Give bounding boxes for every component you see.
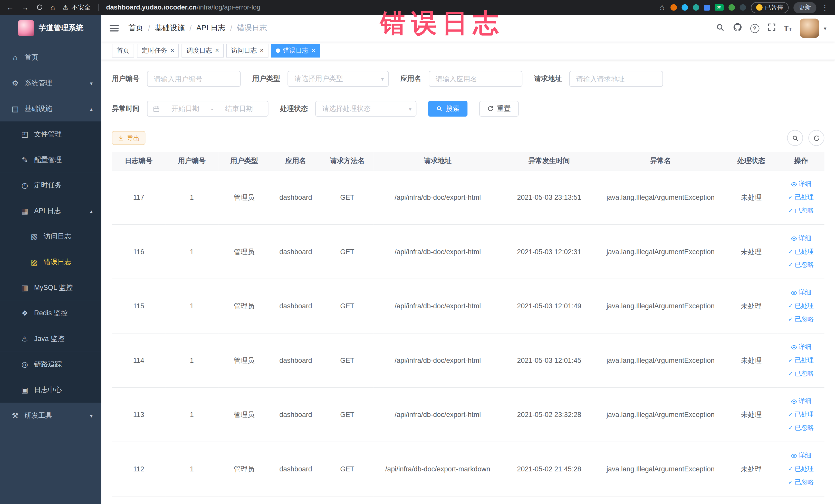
home-icon[interactable]: ⌂ — [50, 4, 55, 11]
extension-icon-3[interactable] — [693, 4, 699, 11]
sidebar-item-access-log[interactable]: ▧访问日志 — [0, 224, 101, 249]
table-row: 1151管理员dashboardGET/api/infra/db-doc/exp… — [112, 279, 824, 333]
address-bar[interactable]: dashboard.yudao.iocoder.cn/infra/log/api… — [106, 4, 260, 11]
ignored-link[interactable]: ✓已忽略 — [781, 367, 821, 380]
detail-link[interactable]: 详细 — [781, 340, 821, 354]
sidebar-item-system-mgmt[interactable]: ⚙系统管理▾ — [0, 70, 101, 96]
github-icon[interactable] — [733, 22, 742, 34]
sidebar-item-config-mgmt[interactable]: ✎配置管理 — [0, 147, 101, 173]
process-status-select[interactable]: 请选择处理状态 ▾ — [315, 101, 416, 117]
back-icon[interactable]: ← — [6, 4, 14, 11]
refresh-icon[interactable] — [36, 3, 43, 11]
extension-icon-4[interactable] — [704, 5, 710, 11]
ignored-link[interactable]: ✓已忽略 — [781, 476, 821, 489]
help-icon[interactable]: ? — [750, 24, 759, 33]
processed-link[interactable]: ✓已处理 — [781, 299, 821, 313]
detail-link[interactable]: 详细 — [781, 449, 821, 462]
processed-link[interactable]: ✓已处理 — [781, 408, 821, 421]
app-title: 芋道管理系统 — [39, 23, 83, 33]
close-icon[interactable]: × — [312, 47, 315, 54]
hamburger-icon[interactable] — [109, 25, 119, 32]
sidebar-item-mysql-monitor[interactable]: ▥MySQL 监控 — [0, 275, 101, 301]
chevron-down-icon[interactable]: ▾ — [824, 25, 826, 31]
user-type-select[interactable]: 请选择用户类型 ▾ — [287, 71, 389, 87]
sidebar-item-link-trace[interactable]: ◎链路追踪 — [0, 351, 101, 377]
processed-link[interactable]: ✓已处理 — [781, 462, 821, 476]
home-icon: ⌂ — [11, 53, 20, 62]
tab-schedule-log[interactable]: 调度日志× — [182, 44, 224, 58]
processed-link[interactable]: ✓已处理 — [781, 191, 821, 204]
sidebar-item-home[interactable]: ⌂首页 — [0, 45, 101, 70]
extension-on-badge[interactable]: on — [714, 4, 724, 11]
close-icon[interactable]: × — [215, 47, 219, 54]
extension-icon-6[interactable] — [739, 4, 746, 11]
app-logo[interactable]: 芋道管理系统 — [0, 15, 101, 42]
tab-home[interactable]: 首页 — [112, 44, 134, 58]
ignored-link[interactable]: ✓已忽略 — [781, 421, 821, 435]
sidebar-item-log-center[interactable]: ▣日志中心 — [0, 377, 101, 403]
font-size-icon[interactable]: TT — [784, 24, 792, 33]
tab-error-log[interactable]: 错误日志× — [271, 44, 320, 58]
tab-scheduled-jobs[interactable]: 定时任务× — [137, 44, 179, 58]
detail-link[interactable]: 详细 — [781, 286, 821, 299]
ignored-link[interactable]: ✓已忽略 — [781, 313, 821, 326]
sidebar-item-scheduled-jobs[interactable]: ◴定时任务 — [0, 173, 101, 198]
status-cell: 未处理 — [725, 170, 777, 225]
extension-icon-2[interactable] — [681, 4, 688, 11]
extension-icon-1[interactable] — [670, 4, 677, 11]
table-toolbar: 导出 — [112, 130, 824, 145]
processed-link[interactable]: ✓已处理 — [781, 354, 821, 367]
security-chip[interactable]: ⚠ 不安全 — [63, 3, 90, 12]
sidebar-item-api-log[interactable]: ▦API 日志▴ — [0, 198, 101, 224]
close-icon[interactable]: × — [260, 47, 264, 54]
detail-link[interactable]: 详细 — [781, 231, 821, 245]
close-icon[interactable]: × — [170, 47, 174, 54]
paused-button[interactable]: 已暂停 — [751, 2, 789, 13]
exception-name-cell: java.lang.IllegalArgumentException — [596, 170, 725, 225]
breadcrumb-item[interactable]: 基础设施 — [155, 23, 185, 33]
breadcrumb-item[interactable]: 首页 — [128, 23, 143, 33]
refresh-table-button[interactable] — [808, 130, 824, 146]
log-id-cell: 116 — [112, 224, 166, 279]
sidebar-item-redis-monitor[interactable]: ❖Redis 监控 — [0, 300, 101, 326]
extension-icon-5[interactable] — [728, 4, 735, 11]
reset-button[interactable]: 重置 — [479, 101, 519, 117]
ignored-link[interactable]: ✓已忽略 — [781, 204, 821, 218]
fullscreen-icon[interactable] — [767, 23, 776, 33]
exception-time-range[interactable]: 开始日期 - 结束日期 — [147, 101, 268, 117]
sidebar-item-error-log[interactable]: ▨错误日志 — [0, 249, 101, 275]
user-id-cell: 1 — [166, 333, 218, 388]
update-button[interactable]: 更新 — [793, 2, 816, 13]
search-button[interactable]: 搜索 — [428, 101, 468, 117]
search-icon[interactable] — [716, 23, 725, 34]
breadcrumb-item[interactable]: API 日志 — [196, 23, 225, 33]
search-toggle-icon — [792, 135, 798, 141]
ignored-link[interactable]: ✓已忽略 — [781, 258, 821, 271]
detail-link[interactable]: 详细 — [781, 395, 821, 408]
tab-access-log[interactable]: 访问日志× — [226, 44, 268, 58]
search-toggle-button[interactable] — [787, 130, 803, 146]
check-icon: ✓ — [788, 357, 793, 364]
detail-link[interactable]: 详细 — [781, 177, 821, 191]
status-cell: 未处理 — [725, 279, 777, 333]
sidebar-item-java-monitor[interactable]: ♨Java 监控 — [0, 326, 101, 352]
sidebar-item-dev-tools[interactable]: ⚒研发工具▾ — [0, 403, 101, 428]
request-url-cell: /api/infra/db-doc/export-html — [373, 387, 502, 442]
breadcrumb-item: 错误日志 — [237, 23, 267, 33]
actions-cell: 详细✓已处理✓已忽略 — [777, 279, 824, 333]
menu-dots-icon[interactable]: ⋮ — [821, 3, 829, 12]
sidebar-item-infrastructure[interactable]: ▤基础设施▴ — [0, 96, 101, 121]
forward-icon[interactable]: → — [21, 4, 29, 11]
avatar[interactable] — [800, 19, 819, 38]
end-date-placeholder: 结束日期 — [216, 104, 263, 114]
log-id-cell: 113 — [112, 387, 166, 442]
sidebar-item-label: 系统管理 — [24, 78, 52, 88]
processed-link[interactable]: ✓已处理 — [781, 245, 821, 258]
user-id-input[interactable] — [147, 71, 241, 87]
bookmark-star-icon[interactable]: ☆ — [659, 4, 665, 11]
request-url-input[interactable] — [569, 71, 663, 87]
app-name-input[interactable] — [429, 71, 522, 87]
user-type-cell: 管理员 — [218, 387, 270, 442]
sidebar-item-file-mgmt[interactable]: ◰文件管理 — [0, 121, 101, 147]
export-button[interactable]: 导出 — [112, 131, 145, 145]
